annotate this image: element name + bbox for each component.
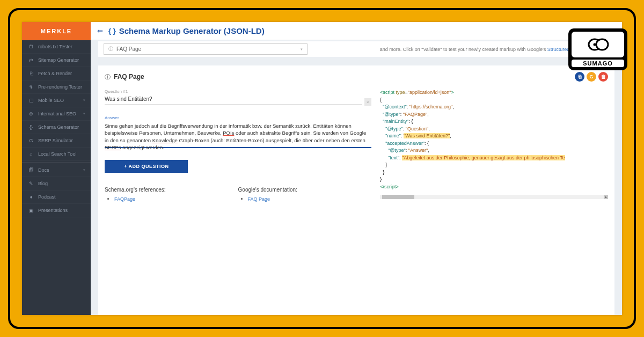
delete-button[interactable]: 🗑 [598,72,608,82]
sumago-badge: SUMAGO [568,28,627,70]
title-bar: ⇐ { } Schema Markup Generator (JSON-LD) [91,22,622,40]
nav-label: Sitemap Generator [38,57,79,63]
sidebar-item-mobile-seo[interactable]: ▢Mobile SEO [22,94,91,107]
validate-google-button[interactable]: G [587,72,596,82]
nav-label: International SEO [38,111,76,116]
nav-label: Local Search Tool [38,151,76,157]
sidebar-item-sitemap-generator[interactable]: ⇄Sitemap Generator [22,54,91,67]
nav-icon: ▣ [27,208,35,213]
sidebar-item-schema-generator[interactable]: {}Schema Generator [22,121,91,134]
nav-icon: ⊕ [27,111,35,116]
code-output: <script type="application/ld+json"> { "@… [380,89,608,202]
sidebar-item-blog[interactable]: ✎Blog [22,177,91,191]
refs-google-link[interactable]: FAQ Page [248,196,270,202]
nav-label: SERP Simulator [38,138,73,143]
schema-type-select[interactable]: FAQ Page [104,43,308,55]
nav-icon: 🗒 [27,44,35,49]
nav-icon: ♦ [27,194,35,200]
question-input[interactable] [105,95,362,105]
svg-point-2 [594,43,596,46]
sidebar-item-docs[interactable]: 🗐Docs [22,164,91,177]
nav-icon: G [27,138,35,143]
remove-question-button[interactable]: × [364,98,372,106]
sumago-logo-graphic [572,32,624,57]
nav-icon: ⇄ [27,57,35,63]
sidebar-item-robots-txt-tester[interactable]: 🗒robots.txt Tester [22,40,91,54]
panel-help-icon: ⓘ [105,73,111,81]
nav-label: Presentations [38,208,68,213]
nav-label: Blog [38,181,48,186]
answer-textarea[interactable]: Sinne gehen jedoch auf die Begriffsverwe… [105,122,371,148]
refs-schema-label: Schema.org's references: [105,187,238,193]
sidebar-item-local-search-tool[interactable]: ⌂Local Search Tool [22,148,91,161]
brand-logo: MERKLE [22,22,91,40]
nav-icon: 🗐 [27,167,35,173]
sumago-label: SUMAGO [572,60,624,67]
nav-label: Fetch & Render [38,71,72,76]
back-button[interactable]: ⇐ [97,27,103,35]
sidebar-item-fetch-render[interactable]: ⎘Fetch & Render [22,67,91,80]
sidebar-item-pre-rendering-tester[interactable]: ↯Pre-rendering Tester [22,80,91,94]
refs-schema-link[interactable]: FAQPage [114,196,135,202]
title-icon: { } [108,27,116,35]
refs-google-label: Google's documentation: [238,187,372,193]
sidebar-item-podcast[interactable]: ♦Podcast [22,191,91,204]
nav-icon: ⌂ [27,151,35,157]
nav-icon: ▢ [27,98,35,103]
copy-button[interactable]: ⎘ [575,72,584,82]
nav-icon: ↯ [27,84,35,90]
nav-label: Pre-rendering Tester [38,84,82,90]
nav-icon: ✎ [27,181,35,186]
sidebar-item-serp-simulator[interactable]: GSERP Simulator [22,134,91,148]
panel-title: FAQ Page [114,73,144,80]
nav-label: Podcast [38,194,56,200]
nav-icon: {} [27,124,35,130]
sidebar: MERKLE 🗒robots.txt Tester⇄Sitemap Genera… [22,22,91,315]
add-question-button[interactable]: + ADD QUESTION [105,160,188,173]
nav-label: robots.txt Tester [38,44,72,49]
horizontal-scrollbar[interactable]: ▸ [380,195,608,199]
sidebar-item-presentations[interactable]: ▣Presentations [22,204,91,217]
question-label: Question #1 [105,89,371,94]
select-value: FAQ Page [116,46,141,52]
answer-label: Answer [105,115,371,120]
nav-label: Docs [38,167,49,173]
sidebar-item-international-seo[interactable]: ⊕International SEO [22,107,91,121]
page-title: Schema Markup Generator (JSON-LD) [119,26,265,35]
nav-label: Schema Generator [38,124,79,130]
nav-label: Mobile SEO [38,98,64,103]
nav-icon: ⎘ [27,71,35,76]
svg-point-1 [596,39,608,50]
